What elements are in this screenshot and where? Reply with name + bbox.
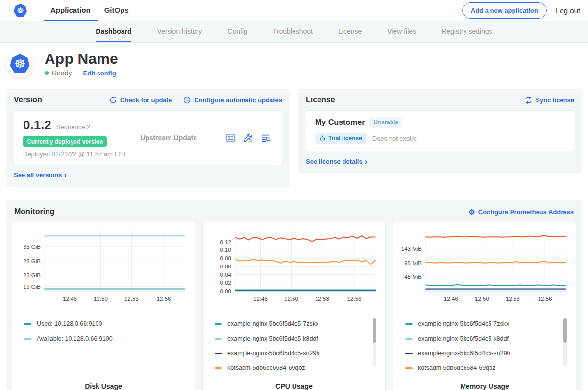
configure-prometheus-button[interactable]: ⚙ Configure Prometheus Address	[468, 208, 574, 216]
legend-item[interactable]: example-nginx-5bc6f5d4c5-k8ddf	[405, 335, 572, 342]
svg-text:12:50: 12:50	[284, 296, 298, 302]
chart-title: Memory Usage	[397, 382, 572, 390]
tab-registry-settings[interactable]: Registry settings	[441, 21, 492, 42]
trial-license-badge: Trial license	[315, 133, 367, 144]
svg-text:12:56: 12:56	[538, 296, 552, 302]
tab-license[interactable]: License	[338, 21, 362, 42]
legend-label: Available: 10.128.0.66:9100	[37, 335, 113, 342]
svg-text:23 GiB: 23 GiB	[24, 272, 41, 278]
legend-scrollbar-thumb[interactable]	[373, 318, 376, 343]
svg-text:12:50: 12:50	[94, 296, 108, 302]
current-version-card: 0.1.2 Sequence 2 Currently deployed vers…	[14, 110, 282, 165]
monitoring-title: Monitoring	[14, 207, 55, 216]
chart-title: CPU Usage	[207, 382, 381, 390]
tab-view-files[interactable]: View files	[387, 21, 416, 42]
status-dot-icon	[45, 71, 49, 75]
legend-dash-icon	[215, 338, 222, 340]
legend-item[interactable]: example-nginx-5bc6f5d4c5-7zskx	[215, 320, 381, 327]
svg-text:12:53: 12:53	[506, 296, 520, 302]
top-nav-tabs: Application GitOps	[44, 0, 136, 21]
svg-text:0.10: 0.10	[220, 247, 231, 253]
svg-text:0.08: 0.08	[220, 255, 231, 261]
legend-dash-icon	[405, 367, 413, 369]
legend-label: kotsadm-5db6dc6584-69qbz	[418, 365, 495, 371]
tab-application[interactable]: Application	[44, 0, 98, 21]
legend-scrollbar[interactable]	[373, 318, 376, 366]
chevron-right-icon: ›	[365, 159, 368, 164]
legend-dash-icon	[215, 353, 222, 354]
legend-item[interactable]: example-nginx-5bc6f5d4c5-sn29h	[215, 350, 381, 357]
memory-usage-plot: 48 MiB95 MiB143 MiB12:4612:5012:5312:56	[399, 228, 570, 309]
version-source: Upstream Update	[133, 134, 225, 142]
legend-item[interactable]: Used: 10.128.0.66:9100	[24, 320, 191, 327]
legend-item[interactable]: Available: 10.128.0.66:9100	[24, 335, 191, 342]
svg-text:0.00: 0.00	[220, 288, 231, 294]
legend-label: example-nginx-5bc6f5d4c5-7zskx	[418, 320, 509, 327]
version-panel: Version Check for update Configure autom…	[6, 89, 290, 187]
tab-gitops[interactable]: GitOps	[98, 0, 136, 21]
cpu-usage-plot: 0.000.020.040.060.080.100.1212:4612:5012…	[209, 228, 379, 309]
gear-icon: ⚙	[468, 208, 475, 216]
svg-text:12:53: 12:53	[124, 296, 139, 302]
cpu-usage-legend: example-nginx-5bc6f5d4c5-7zskxexample-ng…	[215, 320, 381, 379]
legend-item[interactable]: example-nginx-5bc6f5d4c5-sn29h	[405, 350, 572, 357]
svg-text:28 GiB: 28 GiB	[24, 258, 41, 264]
logout-link[interactable]: Log out	[556, 6, 580, 15]
legend-dash-icon	[24, 338, 31, 340]
svg-text:0.04: 0.04	[220, 272, 232, 278]
see-all-versions-link[interactable]: See all versions ›	[14, 171, 67, 179]
disk-usage-legend: Used: 10.128.0.66:9100Available: 10.128.…	[24, 320, 191, 379]
deployed-badge: Currently deployed version	[23, 136, 107, 147]
divider	[77, 70, 77, 76]
legend-dash-icon	[215, 367, 222, 369]
legend-label: example-nginx-5bc6f5d4c5-k8ddf	[227, 335, 318, 342]
legend-label: kotsadm-5db6dc6584-69qbz	[227, 365, 305, 371]
sync-license-button[interactable]: Sync license	[524, 96, 574, 104]
license-panel: License Sync license My Customer Unstabl…	[298, 89, 582, 173]
configure-automatic-updates-button[interactable]: Configure automatic updates	[183, 96, 282, 104]
legend-item[interactable]: example-nginx-5bc6f5d4c5-7zskx	[405, 320, 572, 327]
legend-item[interactable]: example-nginx-5bc6f5d4c5-k8ddf	[215, 335, 381, 342]
disk-usage-plot: 19 GiB23 GiB28 GiB33 GiB12:4612:5012:531…	[18, 228, 189, 309]
svg-text:95 MiB: 95 MiB	[404, 260, 422, 266]
svg-text:0.02: 0.02	[220, 280, 231, 286]
app-logo: ☸	[6, 50, 34, 78]
memory-usage-legend: example-nginx-5bc6f5d4c5-7zskxexample-ng…	[405, 320, 572, 379]
tab-version-history[interactable]: Version history	[157, 21, 202, 42]
monitoring-panel: Monitoring ⚙ Configure Prometheus Addres…	[6, 200, 582, 390]
legend-dash-icon	[405, 338, 413, 340]
legend-item[interactable]: kotsadm-5db6dc6584-69qbz	[215, 365, 381, 371]
see-license-details-link[interactable]: See license details ›	[306, 158, 367, 165]
add-application-button[interactable]: Add a new application	[462, 2, 547, 19]
customer-name: My Customer	[315, 118, 365, 127]
legend-label: example-nginx-5bc6f5d4c5-k8ddf	[418, 335, 509, 342]
refresh-icon	[109, 96, 117, 104]
deploy-logs-icon[interactable]	[261, 133, 271, 143]
legend-label: example-nginx-5bc6f5d4c5-sn29h	[227, 350, 319, 357]
kubernetes-app-icon: ☸	[10, 54, 30, 73]
edit-config-link[interactable]: Edit config	[83, 70, 116, 77]
legend-label: Used: 10.128.0.66:9100	[37, 320, 102, 327]
memory-usage-chart-card: 48 MiB95 MiB143 MiB12:4612:5012:5312:56 …	[393, 222, 576, 390]
svg-text:33 GiB: 33 GiB	[24, 244, 41, 250]
tab-dashboard[interactable]: Dashboard	[96, 21, 131, 42]
legend-scrollbar-thumb[interactable]	[564, 318, 567, 343]
svg-text:12:56: 12:56	[157, 296, 171, 302]
legend-label: example-nginx-5bc6f5d4c5-sn29h	[418, 350, 510, 357]
disk-usage-chart-card: 19 GiB23 GiB28 GiB33 GiB12:4612:5012:531…	[12, 222, 195, 390]
svg-text:12:50: 12:50	[475, 296, 489, 302]
legend-dash-icon	[405, 353, 413, 354]
tab-troubleshoot[interactable]: Troubleshoot	[273, 21, 313, 42]
version-number: 0.1.2	[23, 118, 51, 133]
tab-config[interactable]: Config	[227, 21, 247, 42]
check-for-update-button[interactable]: Check for update	[109, 96, 172, 104]
kubernetes-logo-icon: ☸	[14, 4, 27, 17]
legend-item[interactable]: kotsadm-5db6dc6584-69qbz	[405, 365, 572, 371]
sync-icon	[524, 96, 533, 104]
channel-badge: Unstable	[369, 117, 402, 128]
svg-text:12:46: 12:46	[63, 296, 77, 302]
app-sub-nav: Dashboard Version history Config Trouble…	[0, 21, 588, 43]
release-notes-icon[interactable]	[225, 133, 236, 143]
config-wrench-icon[interactable]	[243, 133, 253, 143]
legend-scrollbar[interactable]	[564, 318, 567, 366]
